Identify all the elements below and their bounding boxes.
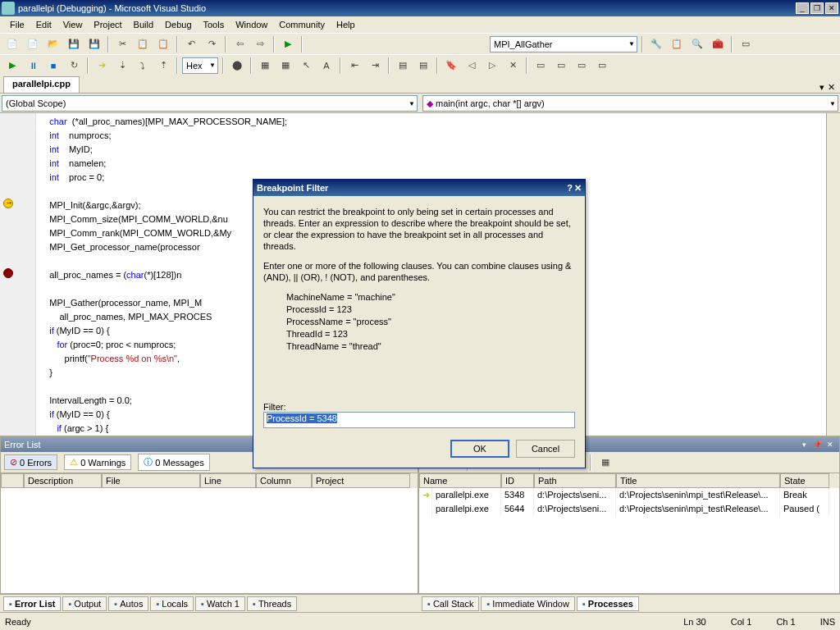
tab-autos[interactable]: ▪Autos	[108, 596, 148, 611]
scope-combo-right[interactable]: ◆ main(int argc, char *[] argv)	[422, 95, 838, 112]
warnings-chip[interactable]: ⚠0 Warnings	[64, 454, 131, 470]
error-col-header[interactable]: Column	[256, 473, 312, 488]
cancel-button[interactable]: Cancel	[516, 440, 575, 458]
panel-pin-icon[interactable]: 📌	[811, 440, 823, 450]
proc-attach-icon[interactable]: ▦	[596, 454, 614, 472]
breakpoint-marker[interactable]	[3, 268, 13, 278]
redo-icon[interactable]: ↷	[203, 35, 221, 53]
error-col-header[interactable]: Description	[24, 473, 102, 488]
menu-debug[interactable]: Debug	[160, 18, 196, 31]
continue-icon[interactable]: ▶	[3, 57, 21, 75]
processes-grid[interactable]: NameIDPathTitleState ➜parallelpi.exe5348…	[419, 473, 839, 593]
undo-icon[interactable]: ↶	[182, 35, 200, 53]
tb-icon-1[interactable]: ▦	[256, 57, 274, 75]
save-all-icon[interactable]: 💾	[85, 35, 103, 53]
toolbox-icon[interactable]: 🧰	[709, 35, 727, 53]
messages-chip[interactable]: ⓘ0 Messages	[138, 454, 209, 471]
tab-locals[interactable]: ▪Locals	[150, 596, 194, 611]
tab-call-stack[interactable]: ▪Call Stack	[422, 596, 479, 611]
new-project-icon[interactable]: 📄	[3, 35, 21, 53]
step-over-icon[interactable]: ⤵	[134, 57, 152, 75]
proc-col-header[interactable]: Title	[616, 473, 780, 488]
proc-col-header[interactable]: State	[780, 473, 829, 488]
tb-icon-2[interactable]: ▦	[276, 57, 294, 75]
menu-help[interactable]: Help	[331, 18, 360, 31]
copy-icon[interactable]: 📋	[134, 35, 152, 53]
indent-inc-icon[interactable]: ⇥	[366, 57, 384, 75]
stop-icon[interactable]: ■	[44, 57, 62, 75]
tab-close-icon[interactable]: ✕	[828, 82, 835, 93]
start-debug-icon[interactable]: ▶	[279, 35, 297, 53]
scope-combo-left[interactable]: (Global Scope)	[2, 95, 418, 112]
error-col-header[interactable]: File	[102, 473, 200, 488]
dialog-titlebar[interactable]: Breakpoint Filter ? ✕	[253, 180, 585, 196]
proc-col-header[interactable]: Path	[534, 473, 616, 488]
error-col-header[interactable]	[1, 473, 24, 488]
filter-input[interactable]: ProcessId = 5348	[263, 412, 575, 428]
tab-processes[interactable]: ▪Processes	[577, 596, 639, 611]
menu-file[interactable]: File	[5, 18, 30, 31]
editor-gutter[interactable]	[0, 113, 36, 436]
region2-icon[interactable]: ▭	[552, 57, 570, 75]
panel-close-icon[interactable]: ✕	[824, 440, 836, 450]
dialog-help-button[interactable]: ?	[567, 183, 573, 194]
tab-file[interactable]: parallelpi.cpp	[3, 76, 80, 93]
nav-fwd-icon[interactable]: ⇨	[251, 35, 269, 53]
minimize-button[interactable]: _	[796, 2, 809, 14]
bookmark-prev-icon[interactable]: ◁	[463, 57, 481, 75]
restart-icon[interactable]: ↻	[65, 57, 83, 75]
dialog-close-button[interactable]: ✕	[574, 183, 582, 194]
panel-dropdown-icon[interactable]: ▾	[798, 440, 810, 450]
add-item-icon[interactable]: 📄	[24, 35, 42, 53]
pointer-icon[interactable]: ↖	[297, 57, 315, 75]
object-browser-icon[interactable]: 🔍	[688, 35, 706, 53]
window-icon[interactable]: ▭	[737, 35, 755, 53]
ok-button[interactable]: OK	[450, 440, 509, 458]
search-combo[interactable]: MPI_AllGather	[490, 36, 637, 52]
properties-icon[interactable]: 📋	[668, 35, 686, 53]
step-into-icon[interactable]: ⇣	[113, 57, 131, 75]
maximize-button[interactable]: ❐	[810, 2, 824, 14]
show-next-icon[interactable]: ➜	[93, 57, 111, 75]
menu-window[interactable]: Window	[231, 18, 272, 31]
tab-output[interactable]: ▪Output	[62, 596, 107, 611]
open-icon[interactable]: 📂	[44, 35, 62, 53]
vertical-scrollbar[interactable]	[826, 113, 840, 436]
menu-tools[interactable]: Tools	[199, 18, 230, 31]
error-col-header[interactable]: Project	[312, 473, 410, 488]
menu-community[interactable]: Community	[274, 18, 330, 31]
tab-threads[interactable]: ▪Threads	[247, 596, 297, 611]
process-row[interactable]: parallelpi.exe5644d:\Projects\seni...d:\…	[419, 502, 839, 516]
tab-watch-1[interactable]: ▪Watch 1	[195, 596, 245, 611]
save-icon[interactable]: 💾	[65, 35, 83, 53]
region-icon[interactable]: ▭	[532, 57, 550, 75]
current-line-marker[interactable]	[3, 199, 13, 208]
menu-view[interactable]: View	[58, 18, 88, 31]
error-col-header[interactable]: Line	[200, 473, 256, 488]
nav-back-icon[interactable]: ⇦	[231, 35, 249, 53]
menu-build[interactable]: Build	[129, 18, 158, 31]
region3-icon[interactable]: ▭	[573, 57, 591, 75]
proc-col-header[interactable]: ID	[501, 473, 534, 488]
bookmark-icon[interactable]: 🔖	[442, 57, 460, 75]
pause-icon[interactable]: ⏸	[24, 57, 42, 75]
close-button[interactable]: ✕	[825, 2, 838, 14]
step-out-icon[interactable]: ⇡	[154, 57, 172, 75]
tool-icon[interactable]: 🔧	[647, 35, 665, 53]
comment-icon[interactable]: ▤	[394, 57, 412, 75]
tab-error-list[interactable]: ▪Error List	[3, 596, 61, 611]
uncomment-icon[interactable]: ▤	[414, 57, 432, 75]
bookmark-next-icon[interactable]: ▷	[483, 57, 501, 75]
paste-icon[interactable]: 📋	[154, 35, 172, 53]
proc-col-header[interactable]: Name	[419, 473, 501, 488]
hex-toggle[interactable]: Hex	[182, 57, 218, 74]
indent-dec-icon[interactable]: ⇤	[345, 57, 363, 75]
font-icon[interactable]: A	[317, 57, 336, 75]
menu-edit[interactable]: Edit	[31, 18, 57, 31]
tab-immediate-window[interactable]: ▪Immediate Window	[481, 596, 574, 611]
menu-project[interactable]: Project	[89, 18, 126, 31]
error-grid[interactable]: DescriptionFileLineColumnProject	[1, 473, 418, 593]
tab-dropdown-icon[interactable]: ▾	[819, 82, 824, 93]
cut-icon[interactable]: ✂	[113, 35, 131, 53]
breakpoints-icon[interactable]: ⬤	[228, 57, 246, 75]
